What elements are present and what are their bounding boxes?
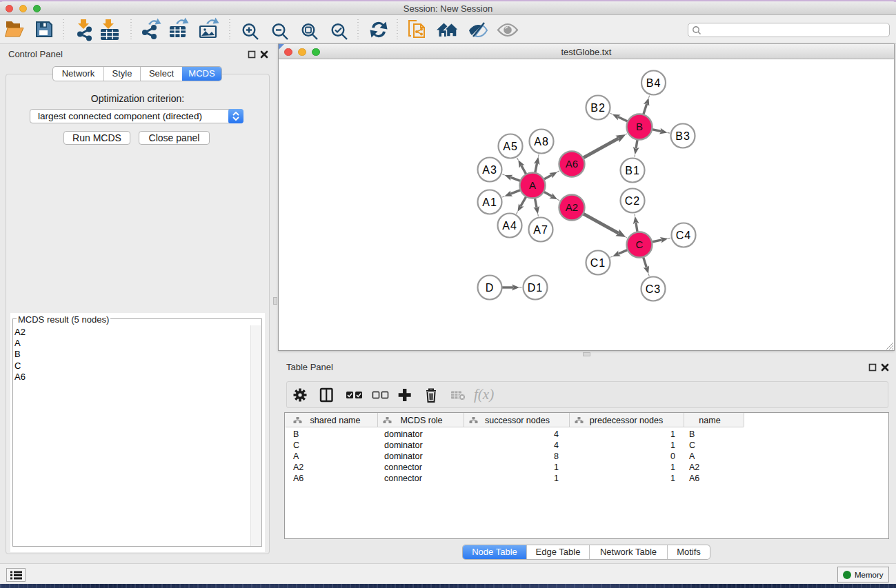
svg-text:C: C: [293, 440, 299, 450]
svg-text:B1: B1: [625, 165, 640, 176]
svg-text:C4: C4: [676, 230, 691, 241]
svg-text:f(x): f(x): [474, 386, 494, 403]
svg-text:1: 1: [670, 463, 675, 472]
svg-text:1: 1: [670, 440, 675, 450]
svg-text:dominator: dominator: [384, 440, 423, 450]
svg-text:4: 4: [554, 440, 559, 450]
svg-text:B3: B3: [675, 130, 690, 142]
svg-text:8: 8: [554, 452, 559, 461]
svg-text:connector: connector: [384, 474, 422, 483]
svg-text:A8: A8: [534, 136, 549, 148]
svg-text:D: D: [486, 282, 495, 294]
svg-text:A: A: [529, 179, 536, 191]
svg-text:A: A: [689, 452, 695, 461]
svg-text:C1: C1: [590, 257, 606, 269]
svg-text:predecessor nodes: predecessor nodes: [590, 416, 663, 425]
svg-text:A3: A3: [482, 164, 497, 176]
svg-text:name: name: [699, 416, 720, 425]
svg-text:B: B: [689, 429, 695, 439]
svg-text:D1: D1: [528, 282, 543, 294]
svg-text:B: B: [293, 429, 299, 439]
svg-text:A2: A2: [689, 463, 699, 472]
svg-text:4: 4: [554, 429, 559, 439]
svg-text:C: C: [689, 440, 695, 450]
svg-text:C: C: [636, 239, 644, 250]
svg-text:1: 1: [670, 474, 675, 483]
svg-text:A6: A6: [293, 474, 303, 483]
svg-text:MCDS role: MCDS role: [400, 416, 442, 425]
svg-text:A5: A5: [503, 141, 518, 152]
svg-text:1: 1: [670, 429, 675, 439]
svg-text:C3: C3: [646, 283, 661, 295]
svg-text:successor nodes: successor nodes: [485, 416, 550, 425]
svg-text:dominator: dominator: [384, 452, 423, 461]
svg-text:A4: A4: [502, 220, 517, 232]
svg-text:1: 1: [554, 463, 559, 472]
svg-text:B: B: [636, 121, 643, 132]
svg-text:A6: A6: [689, 474, 699, 483]
svg-text:0: 0: [670, 452, 675, 461]
svg-text:C2: C2: [625, 195, 640, 207]
svg-text:A7: A7: [533, 224, 548, 236]
svg-text:dominator: dominator: [384, 429, 423, 439]
svg-text:A2: A2: [293, 463, 303, 472]
svg-text:shared name: shared name: [310, 416, 361, 425]
svg-text:connector: connector: [384, 463, 422, 472]
svg-text:B4: B4: [646, 77, 661, 89]
svg-text:A1: A1: [482, 196, 497, 208]
svg-text:B2: B2: [590, 102, 606, 114]
svg-text:A6: A6: [566, 158, 578, 170]
svg-text:1: 1: [554, 474, 559, 483]
svg-text:A: A: [293, 452, 299, 461]
svg-text:A2: A2: [566, 201, 578, 213]
